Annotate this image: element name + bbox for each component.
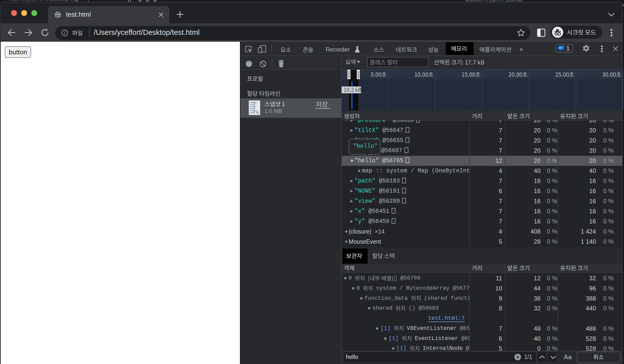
- svg-text:%: %: [255, 110, 259, 115]
